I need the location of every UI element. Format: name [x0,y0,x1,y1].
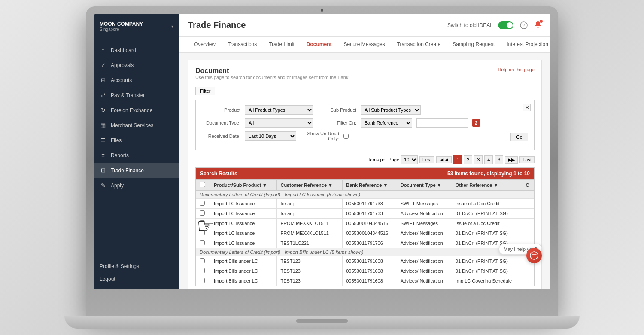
filter-on-input[interactable] [416,118,468,128]
results-table: Product/Sub Product ▼ Customer Reference… [196,179,534,286]
tab-transaction-create[interactable]: Transaction Create [391,37,447,53]
sidebar-item-label: Accounts [111,77,132,83]
top-bar: Trade Finance Switch to old IDEAL ? [179,14,550,37]
go-button[interactable]: Go [510,133,528,141]
apply-icon: ✎ [100,182,106,189]
filter-row-product: Product All Product Types Sub Product Al… [202,105,528,115]
items-per-page-select[interactable]: 10 [401,155,418,164]
page-5-button[interactable]: 3 [495,155,503,164]
page-3-button[interactable]: 3 [474,155,483,164]
cell-bank-ref: 00553011791733 [343,209,397,219]
first-page-button[interactable]: First [419,156,434,163]
tab-overview[interactable]: Overview [188,37,222,53]
cell-doc-type: SWIFT Messages [397,199,452,209]
doc-type-select[interactable]: All [245,118,313,128]
cell-doc-type: SWIFT Messages [397,219,452,228]
row-checkbox[interactable] [200,220,205,225]
pagination-area: Items per Page 10 First ◄◄ 1 2 3 4 3 ▶▶ [195,155,535,164]
show-unread-checkbox[interactable] [343,134,349,139]
group-label: Documentary Letters of Credit (Import) -… [196,248,534,256]
sidebar-item-dashboard[interactable]: ⌂ Dashboard [94,43,179,58]
help-button[interactable]: ? [519,20,529,30]
svg-point-2 [538,27,539,28]
col-customer-ref: Customer Reference ▼ [277,180,343,191]
sidebar-item-approvals[interactable]: ✓ Approvals [94,58,179,73]
tab-interest-projection[interactable]: Interest Projection Calculator [501,37,550,53]
page-1-button[interactable]: 1 [453,155,462,164]
col-bank-ref: Bank Reference ▼ [343,180,397,191]
sidebar-item-foreign-exchange[interactable]: ↻ Foreign Exchange [94,103,179,118]
merchant-services-icon: ▦ [100,122,106,128]
row-checkbox[interactable] [200,240,205,245]
tab-trade-limit[interactable]: Trade Limit [263,37,301,53]
filter-on-select[interactable]: Bank Reference [361,118,412,128]
received-date-select[interactable]: Last 10 Days [245,131,296,141]
sidebar-header[interactable]: MOON COMPANY Singapore ▾ [94,14,179,39]
sidebar-item-pay-transfer[interactable]: ⇄ Pay & Transfer [94,88,179,103]
sidebar-item-accounts[interactable]: ⊞ Accounts [94,73,179,88]
tab-sampling-request[interactable]: Sampling Request [447,37,501,53]
search-results-count: 53 items found, displaying 1 to 10 [447,171,530,177]
sidebar-item-files[interactable]: ☰ Files [94,133,179,148]
chat-avatar-button[interactable] [526,248,542,263]
filter-button[interactable]: Filter [195,87,215,95]
table-row: Import LC Issuance for adj 0055301179173… [196,209,534,219]
next-pages-button[interactable]: ▶▶ [505,156,518,164]
cell-bank-ref: 00553011791733 [343,199,397,209]
filter-close-button[interactable]: ✕ [523,104,531,111]
col-extra: C [522,180,534,191]
cell-bank-ref: 00553011791706 [343,238,397,248]
prev-pages-button[interactable]: ◄◄ [436,156,452,163]
search-results-table: Search Results 53 items found, displayin… [195,168,535,286]
table-row: Import Bills under LC TEST123 0055301179… [196,256,534,266]
last-page-button[interactable]: Last [519,156,535,163]
cell-product: Import Bills under LC [210,276,277,286]
search-results-label: Search Results [200,171,237,177]
sidebar-item-apply[interactable]: ✎ Apply [94,178,179,193]
show-unread-label: Show Un-Read Only: [301,131,339,141]
sidebar-logout[interactable]: Logout [94,273,179,286]
cell-bank-ref: 00553011791608 [343,256,397,266]
cell-other-ref: Imp LC Covering Schedule [452,276,522,286]
sidebar-profile-settings[interactable]: Profile & Settings [94,260,179,273]
notifications-button[interactable] [534,21,542,30]
cell-customer-ref: for adj [277,199,343,209]
page-4-button[interactable]: 4 [484,155,493,164]
cell-product: Import LC Issuance [210,199,277,209]
document-section: Document Use this page to search for doc… [188,60,542,289]
sidebar-item-label: Dashboard [111,47,136,53]
row-checkbox[interactable] [200,278,205,283]
cell-other-ref: 01 Dr/Cr: (PRINT AT SG) [452,256,522,266]
doc-type-label: Document Type: [202,120,240,125]
table-row: Import LC Issuance TEST1LC221 0055301179… [196,238,534,248]
table-row: Import Bills under LC TEST123 0055301179… [196,266,534,276]
sidebar-item-label: Reports [111,152,129,158]
row-checkbox[interactable] [200,201,205,206]
sidebar-item-reports[interactable]: ≡ Reports [94,148,179,163]
tab-document[interactable]: Document [301,37,338,53]
select-all-checkbox[interactable] [200,182,205,187]
cell-product: Import LC Issuance [210,238,277,248]
page-2-button[interactable]: 2 [464,155,472,164]
help-on-page-link[interactable]: Help on this page [498,67,535,72]
sub-product-select[interactable]: All Sub Product Types [361,105,421,115]
accounts-icon: ⊞ [100,77,106,83]
cell-extra [522,228,534,238]
col-doc-type: Document Type ▼ [397,180,452,191]
company-chevron-icon[interactable]: ▾ [171,24,173,29]
row-checkbox[interactable] [200,258,205,263]
filter-on-label: Filter On: [318,120,356,125]
product-select[interactable]: All Product Types [245,105,313,115]
question-icon: ? [520,21,528,29]
approvals-icon: ✓ [100,62,106,68]
row-checkbox[interactable] [200,268,205,273]
cell-product: Import LC Issuance [210,228,277,238]
tab-transactions[interactable]: Transactions [222,37,263,53]
row-checkbox[interactable] [200,230,205,235]
sidebar-item-trade-finance[interactable]: ⊡ Trade Finance [94,163,179,178]
sidebar-item-merchant-services[interactable]: ▦ Merchant Services [94,118,179,133]
toggle-old-ideal[interactable] [498,21,513,29]
tab-secure-messages[interactable]: Secure Messages [338,37,391,53]
row-checkbox[interactable] [200,210,205,216]
pay-transfer-icon: ⇄ [100,92,106,98]
